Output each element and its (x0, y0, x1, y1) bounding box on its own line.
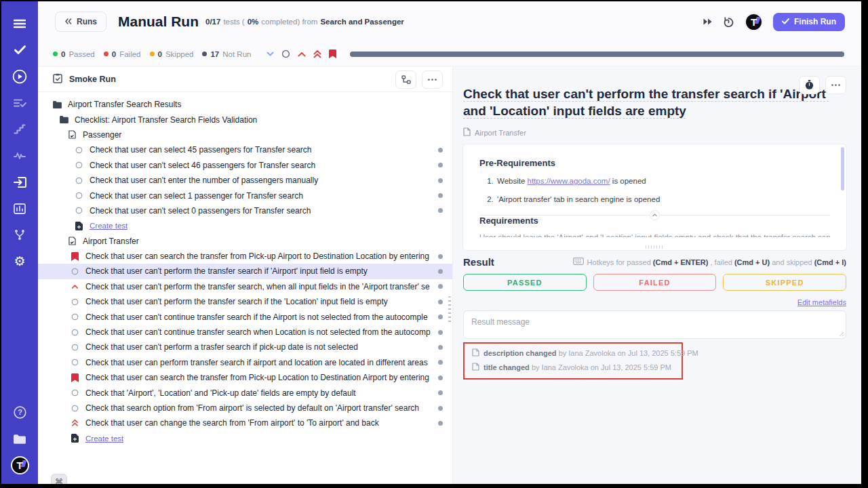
status-dot (438, 163, 443, 167)
tree-row-test[interactable]: Check that user can search the transfer … (38, 249, 452, 264)
group-by-icon[interactable] (395, 70, 416, 89)
passed-button[interactable]: PASSED (463, 274, 587, 291)
settings-gear-icon[interactable]: ⚙ (7, 248, 33, 274)
failed-button[interactable]: FAILED (593, 274, 717, 291)
breadcrumb: Airport Transfer (463, 127, 846, 138)
tree-row-test[interactable]: Check that user can change the search fr… (38, 415, 452, 430)
tree-row-test[interactable]: Check that user can search the transfer … (38, 370, 452, 385)
status-dot (438, 269, 443, 274)
tree-row-test[interactable]: Check that user can't select 0 passenger… (38, 203, 452, 218)
test-plans-icon[interactable] (7, 89, 33, 116)
tree-row-folder[interactable]: Checklist: Airport Transfer Search Field… (38, 112, 452, 127)
tree-row-test[interactable]: Check that user can't continue transfer … (38, 309, 452, 324)
test-list-panel: Smoke Run Airport Transfer Search Result… (38, 67, 453, 484)
tree-label: Check that user can't select 0 passenger… (90, 206, 432, 216)
more-icon[interactable] (825, 76, 846, 94)
reports-icon[interactable] (7, 195, 33, 222)
priority-double-caret-icon[interactable] (313, 50, 321, 58)
failed-dot (104, 52, 108, 56)
tree-row-folder[interactable]: Airport Transfer Search Results (38, 97, 452, 112)
stat-passed: 0Passed (53, 50, 95, 58)
retry-timer-icon[interactable] (723, 16, 734, 28)
meta-text: completed) from (261, 18, 317, 26)
stat-notrun: 17Not Run (202, 50, 251, 58)
tree-row-test[interactable]: Check that user can't enter the number o… (38, 173, 452, 188)
collapse-chevron-icon[interactable] (267, 52, 274, 56)
tree-row-test[interactable]: Check that user can't perform the transf… (38, 279, 452, 294)
steps-icon[interactable] (7, 116, 33, 142)
activity-icon[interactable] (7, 142, 33, 169)
status-dot (438, 330, 443, 335)
circle-icon (71, 313, 79, 321)
tree-row-create[interactable]: Create test (38, 431, 452, 446)
finish-run-label: Finish Run (794, 17, 836, 26)
run-meta: 0/17 tests ( 0% completed) from Search a… (205, 18, 404, 26)
back-to-runs-label: Runs (77, 17, 97, 26)
tree-row-test[interactable]: Check that user can't continue transfer … (38, 325, 452, 340)
more-icon[interactable] (422, 70, 443, 89)
status-circle-icon[interactable] (281, 49, 290, 58)
import-icon[interactable] (7, 169, 33, 195)
projects-folder-icon[interactable] (7, 426, 33, 452)
tree-label: Check that user can't continue transfer … (85, 327, 432, 337)
tree-label: Passenger (83, 130, 443, 140)
file-edit-icon (472, 363, 479, 372)
priority-caret-icon[interactable] (298, 52, 306, 57)
requirements-clipped-text: User should leave the 'Airport' and 'Loc… (479, 233, 830, 237)
card-resize-grip[interactable] (646, 245, 665, 249)
tree-row-doc[interactable]: Airport Transfer (38, 234, 452, 249)
tree-row-test[interactable]: Check that user can select 1 passenger f… (38, 188, 452, 203)
agoda-link[interactable]: https://www.agoda.com/ (528, 177, 610, 185)
filter-icons (267, 49, 336, 58)
help-icon[interactable]: ? (7, 399, 33, 426)
tree-row-create[interactable]: Create test (38, 218, 452, 233)
branches-icon[interactable] (7, 222, 33, 248)
test-title[interactable]: Check that user can't perform the transf… (463, 85, 837, 119)
circle-icon (75, 146, 83, 154)
tests-check-icon[interactable] (7, 37, 33, 63)
collapse-toggle-icon[interactable] (650, 210, 660, 220)
doc-icon (68, 130, 77, 139)
tree-row-test[interactable]: Check that 'Airport', 'Location' and 'Pi… (38, 385, 452, 400)
command-shortcut-button[interactable]: ⌘ (51, 474, 67, 484)
tree-row-test[interactable]: Check that user can't perform the transf… (38, 294, 452, 309)
breadcrumb-label[interactable]: Airport Transfer (475, 129, 526, 137)
panel-splitter[interactable] (448, 296, 451, 323)
tree-row-test[interactable]: Check that user can select 45 passengers… (38, 142, 452, 157)
tree-label: Create test (90, 222, 127, 230)
tree-label: Check that user can't select 46 passenge… (90, 161, 432, 170)
tree-row-test[interactable]: Check that search option from 'From airp… (38, 401, 452, 415)
notrun-dot (202, 52, 207, 56)
file-edit-icon (472, 348, 479, 358)
finish-run-button[interactable]: Finish Run (773, 13, 845, 31)
tree-row-test[interactable]: Check that user can perform transfer sea… (38, 355, 452, 370)
status-dot (438, 421, 443, 426)
tree-row-test[interactable]: Check that user can't perform a trasfer … (38, 340, 452, 354)
run-play-icon[interactable] (7, 63, 33, 89)
tree-label: Check that 'Airport', 'Location' and 'Pi… (85, 388, 432, 398)
tree-label: Check that user can select 1 passenger f… (90, 191, 432, 201)
back-to-runs-button[interactable]: Runs (55, 12, 106, 32)
percent-complete: 0% (248, 18, 259, 26)
user-avatar[interactable]: T (745, 13, 763, 31)
fast-forward-icon[interactable] (703, 18, 713, 26)
severity-flag-icon[interactable] (329, 49, 336, 58)
edit-metafields-link[interactable]: Edit metafields (797, 298, 846, 306)
tree-label: Check that user can't perform the transf… (85, 282, 432, 291)
prerequirement-item: Website https://www.agoda.com/ is opened (496, 177, 830, 185)
skipped-button[interactable]: SKIPPED (723, 274, 846, 291)
tree-row-test[interactable]: Check that user can't select 46 passenge… (38, 158, 452, 173)
progress-bar (350, 52, 844, 57)
circle-icon (71, 344, 79, 351)
prerequirements-heading: Pre-Requirements (479, 158, 830, 168)
app-logo[interactable]: T (7, 452, 33, 479)
card-scrollbar[interactable] (841, 147, 844, 190)
test-detail-panel: Check that user can't perform the transf… (453, 67, 861, 484)
menu-icon[interactable] (7, 10, 33, 37)
tree-label: Check that user can select 45 passengers… (90, 145, 432, 155)
timer-icon[interactable] (799, 76, 820, 94)
tree-row-doc[interactable]: Passenger (38, 127, 452, 142)
tree-row-test[interactable]: Check that user can't perform the transf… (38, 264, 452, 279)
result-message-input[interactable] (463, 310, 846, 339)
status-dot (438, 375, 443, 380)
